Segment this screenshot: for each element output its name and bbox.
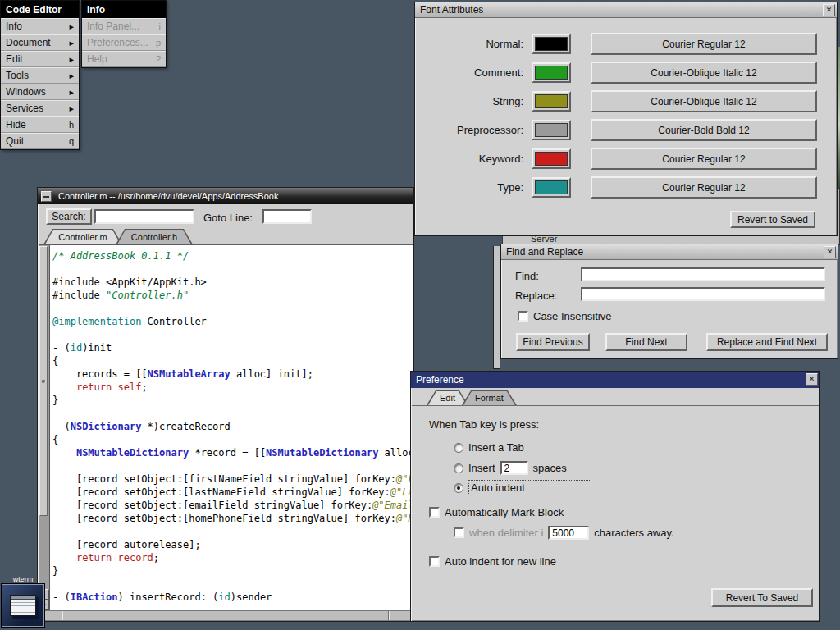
menu-item-document[interactable]: Document▸ bbox=[1, 34, 79, 51]
menu-item-label: Tools bbox=[6, 70, 29, 81]
radio-insert-spaces[interactable]: Insert spaces bbox=[454, 461, 567, 475]
color-swatch-button[interactable] bbox=[532, 62, 571, 83]
code-line: records = [[NSMutableArray alloc] init]; bbox=[52, 368, 411, 381]
menu-item-info-panel[interactable]: Info Panel...i bbox=[82, 18, 166, 34]
vertical-scrollbar[interactable]: ▲ ▼ bbox=[39, 245, 50, 610]
editor-titlebar[interactable]: Controller.m -- /usr/home/dvu/devel/Apps… bbox=[38, 188, 413, 204]
font-select-button[interactable]: Courier-Bold Bold 12 bbox=[591, 119, 817, 141]
menu-item-label: Services bbox=[6, 103, 43, 114]
menu-item-hide[interactable]: Hideh bbox=[1, 116, 79, 133]
find-next-button[interactable]: Find Next bbox=[605, 333, 687, 351]
delimiter-count-input[interactable] bbox=[548, 526, 589, 540]
replace-input[interactable] bbox=[581, 287, 825, 301]
close-icon[interactable]: ✕ bbox=[806, 373, 818, 386]
font-select-button[interactable]: Courier Regular 12 bbox=[591, 33, 817, 55]
radio-insert-a-tab[interactable]: Insert a Tab bbox=[454, 441, 524, 454]
menu-item-edit[interactable]: Edit▸ bbox=[1, 51, 79, 67]
goto-line-label: Goto Line: bbox=[203, 212, 253, 224]
close-icon[interactable]: ✕ bbox=[824, 246, 836, 258]
goto-line-input[interactable] bbox=[262, 209, 312, 224]
tab-controller-m[interactable]: Controller.m bbox=[43, 229, 122, 244]
menu-title-code-editor[interactable]: Code Editor bbox=[1, 1, 79, 18]
code-line bbox=[52, 525, 411, 538]
revert-to-saved-button[interactable]: Revert to Saved bbox=[730, 211, 815, 228]
radio-label: Insert bbox=[468, 462, 495, 474]
tab-label: Edit bbox=[440, 393, 455, 403]
find-previous-button[interactable]: Find Previous bbox=[516, 333, 590, 351]
menu-item-label: Info bbox=[6, 21, 22, 32]
background-window-sliver bbox=[493, 246, 500, 369]
menu-item-windows[interactable]: Windows▸ bbox=[1, 84, 79, 100]
color-swatch-button[interactable] bbox=[532, 148, 571, 169]
search-button-label: Search: bbox=[52, 211, 85, 222]
color-swatch-button[interactable] bbox=[532, 34, 571, 54]
code-line: } bbox=[52, 564, 411, 578]
preference-titlebar[interactable]: Preference ✕ bbox=[411, 372, 819, 388]
code-area[interactable]: /* AddressBook 0.1.1 */ #include <AppKit… bbox=[50, 245, 413, 610]
color-swatch-button[interactable] bbox=[532, 177, 571, 198]
menu-item-help[interactable]: Help? bbox=[82, 51, 166, 67]
menu-title-info[interactable]: Info bbox=[82, 1, 166, 18]
menu-item-info[interactable]: Info▸ bbox=[1, 18, 79, 34]
font-select-button[interactable]: Courier-Oblique Italic 12 bbox=[591, 90, 817, 112]
radio-selected-icon bbox=[454, 483, 463, 493]
mark-block-label: Automatically Mark Block bbox=[445, 506, 564, 518]
tab-controller-h[interactable]: Controller.h bbox=[116, 229, 193, 244]
menu-code-editor: Code Editor Info▸Document▸Edit▸Tools▸Win… bbox=[0, 0, 80, 150]
search-button[interactable]: Search: bbox=[46, 208, 92, 225]
find-previous-label: Find Previous bbox=[523, 336, 582, 348]
menu-item-quit[interactable]: Quitq bbox=[1, 133, 79, 149]
find-replace-titlebar[interactable]: Find and Replace ✕ bbox=[501, 244, 838, 260]
code-line: - (id)init bbox=[52, 341, 411, 354]
code-editor-menu-items: Info▸Document▸Edit▸Tools▸Windows▸Service… bbox=[1, 18, 79, 149]
window-resize-bar[interactable] bbox=[39, 610, 413, 620]
preference-title: Preference bbox=[416, 374, 464, 386]
revert-to-saved-button[interactable]: Revert To Saved bbox=[711, 588, 813, 607]
code-line: - (IBAction) insertRecord: (id)sender bbox=[52, 591, 411, 604]
syntax-element-label: Comment: bbox=[415, 66, 532, 79]
auto-indent-newline-checkbox[interactable] bbox=[429, 556, 440, 567]
submenu-arrow-icon: ▸ bbox=[69, 87, 74, 98]
tab-label: Controller.m bbox=[58, 232, 107, 242]
submenu-arrow-icon: ▸ bbox=[69, 38, 74, 48]
find-replace-panel: Find and Replace ✕ Find: Replace: Case I… bbox=[500, 244, 838, 359]
menu-item-tools[interactable]: Tools▸ bbox=[1, 67, 79, 84]
scrollbar-knob[interactable] bbox=[39, 246, 48, 516]
menu-item-preferences[interactable]: Preferences...p bbox=[82, 34, 166, 51]
menu-item-services[interactable]: Services▸ bbox=[1, 100, 79, 116]
close-icon[interactable]: ✕ bbox=[823, 4, 835, 16]
delimiter-checkbox[interactable] bbox=[454, 527, 464, 538]
case-insensitive-checkbox[interactable] bbox=[518, 311, 528, 322]
font-attribute-row: String:Courier-Oblique Italic 12 bbox=[415, 87, 837, 116]
font-select-button[interactable]: Courier Regular 12 bbox=[591, 176, 817, 199]
code-line: NSMutableDictionary *record = [[NSMutabl… bbox=[52, 446, 411, 459]
color-swatch-button[interactable] bbox=[532, 91, 571, 112]
replace-and-find-next-button[interactable]: Replace and Find Next bbox=[706, 333, 828, 351]
font-attributes-titlebar[interactable]: Font Attributes ✕ bbox=[415, 2, 837, 18]
radio-auto-indent[interactable]: Auto indent bbox=[454, 480, 591, 495]
mark-block-checkbox[interactable] bbox=[429, 507, 440, 518]
font-attribute-row: Preprocessor:Courier-Bold Bold 12 bbox=[415, 116, 837, 144]
wterm-dock-icon[interactable]: wterm bbox=[2, 574, 44, 627]
code-line bbox=[52, 262, 411, 276]
syntax-element-label: String: bbox=[415, 95, 532, 107]
tab-edit[interactable]: Edit bbox=[427, 390, 468, 405]
tab-key-heading: When Tab key is press: bbox=[429, 418, 539, 431]
find-label: Find: bbox=[515, 270, 539, 282]
miniaturize-button[interactable] bbox=[41, 191, 52, 202]
terminal-window-graphic bbox=[10, 595, 36, 616]
code-line: [record setObject:[lastNameField stringV… bbox=[52, 486, 411, 499]
mark-block-row: Automatically Mark Block bbox=[429, 506, 564, 518]
syntax-element-label: Normal: bbox=[415, 38, 532, 50]
font-select-button[interactable]: Courier Regular 12 bbox=[591, 148, 817, 170]
search-input[interactable] bbox=[94, 209, 194, 224]
tab-format[interactable]: Format bbox=[462, 390, 517, 405]
find-next-label: Find Next bbox=[625, 336, 667, 348]
spaces-count-input[interactable] bbox=[500, 461, 528, 475]
font-select-button[interactable]: Courier-Oblique Italic 12 bbox=[591, 62, 817, 84]
menu-item-label: Quit bbox=[6, 135, 24, 147]
info-menu-items: Info Panel...iPreferences...pHelp? bbox=[82, 18, 166, 67]
color-swatch-button[interactable] bbox=[532, 120, 571, 140]
find-input[interactable] bbox=[581, 267, 825, 281]
terminal-icon bbox=[2, 584, 44, 627]
